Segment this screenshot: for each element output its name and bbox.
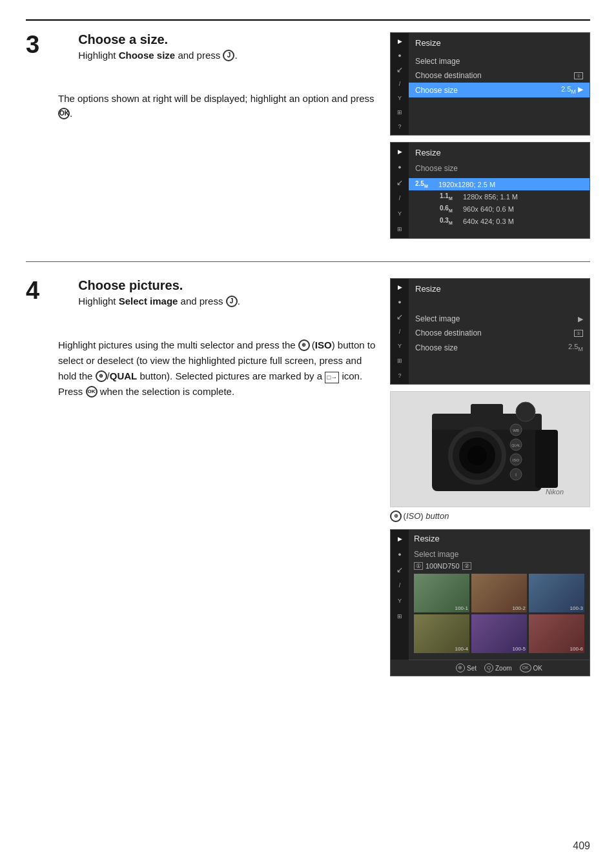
footer-ok: OK OK <box>520 663 542 672</box>
s2-circle-icon: ● <box>393 162 406 172</box>
step-4-number: 4 <box>26 278 39 303</box>
mid-rule <box>26 261 590 262</box>
step-3-title: Choose a size. <box>78 32 237 47</box>
svg-point-8 <box>467 446 487 465</box>
thumb-5: 100-5 <box>471 614 527 653</box>
s4-y-icon: Y <box>393 596 406 606</box>
section-4: 4 Choose pictures. Highlight Select imag… <box>26 278 590 676</box>
screen-3: ▶ ● ↙ / Y ⊞ ? Resize Select image ▶ <box>390 278 590 385</box>
s4-arrow-icon: ↙ <box>393 565 406 575</box>
thumb-6: 100-6 <box>529 614 584 653</box>
svg-text:QUAL: QUAL <box>511 443 520 447</box>
step-4-description: Highlight pictures using the multi selec… <box>58 338 377 399</box>
footer-set: ⊕ Set <box>456 663 477 672</box>
thumb-3: 100-3 <box>529 574 584 612</box>
sidebar-y-icon: Y <box>393 94 406 103</box>
screen-4-footer: ⊕ Set Q Zoom OK OK <box>409 660 590 676</box>
sidebar-grid-icon: ⊞ <box>393 108 406 117</box>
top-rule <box>26 19 590 21</box>
screen-3-item-1: Select image ▶ <box>415 312 583 326</box>
screen-1: ▶ ● ↙ / Y ⊞ ? Resize Select image Choose… <box>390 32 590 136</box>
s4-play-icon: ▶ <box>393 534 406 544</box>
step-3-description: The options shown at right will be displ… <box>58 92 377 121</box>
subtitle-suffix: and press <box>175 50 223 61</box>
page-container: 3 Choose a size. Highlight Choose size a… <box>0 0 616 868</box>
screen-2-sidebar: ▶ ● ↙ / Y ⊞ <box>391 143 409 238</box>
iso-caption-icon: ⊕ <box>390 510 402 522</box>
screen-3-item-3: Choose size 2.5M <box>415 340 583 355</box>
page-number: 409 <box>573 840 590 852</box>
screen-2: ▶ ● ↙ / Y ⊞ Resize Choose size 2.5M 1920… <box>390 142 590 239</box>
subtitle-prefix: Highlight <box>78 50 119 61</box>
screen-1-sidebar: ▶ ● ↙ / Y ⊞ ? <box>391 33 409 135</box>
screen-3-content: Resize Select image ▶ Choose destination… <box>409 279 590 382</box>
qual-icon: ⊕ <box>96 370 107 382</box>
s3-question-icon: ? <box>393 370 406 380</box>
s3-arrow-icon: ↙ <box>393 312 406 321</box>
s4-grid-icon: ⊞ <box>393 611 406 621</box>
step-3-subtitle: Highlight Choose size and press J. <box>78 50 237 62</box>
svg-text:ISO: ISO <box>513 458 520 462</box>
screen-4-sidebar: ▶ ● ↙ / Y ⊞ <box>391 530 409 660</box>
sidebar-arrow-icon: ↙ <box>393 65 406 74</box>
mark-icon: □→ <box>325 372 339 383</box>
svg-text:WB: WB <box>513 429 519 432</box>
section-4-left: 4 Choose pictures. Highlight Select imag… <box>26 278 390 676</box>
screen-1-item-3-highlighted: Choose size 2.5M ▶ <box>409 83 590 97</box>
s2-y-icon: Y <box>393 208 406 219</box>
card-icon-2: ① <box>574 330 583 337</box>
s4-slash-icon: / <box>393 580 406 590</box>
svg-rect-4 <box>471 404 503 417</box>
ok-icon-4: OK <box>86 386 98 398</box>
s4-circle-icon: ● <box>393 549 406 560</box>
section-3: 3 Choose a size. Highlight Choose size a… <box>26 32 590 245</box>
screen-3-sidebar: ▶ ● ↙ / Y ⊞ ? <box>391 279 409 384</box>
period: . <box>234 50 237 61</box>
ok-icon-3: J <box>226 296 238 307</box>
screen-3-title: Resize <box>415 284 583 294</box>
section-3-right: ▶ ● ↙ / Y ⊞ ? Resize Select image Choose… <box>390 32 590 245</box>
thumb-1: 100-1 <box>414 574 469 612</box>
step-4-subtitle: Highlight Select image and press J. <box>78 296 240 308</box>
svg-rect-1 <box>535 430 558 488</box>
screen-1-item-2: Choose destination ① <box>415 68 583 83</box>
s2-slash-icon: / <box>393 193 406 203</box>
svg-text:Nikon: Nikon <box>546 488 564 496</box>
screen-2-title: Resize <box>415 148 583 157</box>
screen-1-item-1: Select image <box>415 54 583 68</box>
footer-zoom: Q Zoom <box>484 663 512 672</box>
screen-1-title: Resize <box>415 38 583 48</box>
ok-icon-1: J <box>223 50 234 61</box>
screen-4: ▶ ● ↙ / Y ⊞ Resize Select image <box>390 529 590 676</box>
subtitle-bold: Choose size <box>119 50 176 61</box>
section-3-left: 3 Choose a size. Highlight Choose size a… <box>26 32 390 245</box>
section-4-right: ▶ ● ↙ / Y ⊞ ? Resize Select image ▶ <box>390 278 590 676</box>
s3-slash-icon: / <box>393 327 406 336</box>
screen-1-content: Resize Select image Choose destination ①… <box>409 33 590 136</box>
sidebar-slash-icon: / <box>393 79 406 88</box>
screen-4-subtitle: Select image <box>414 550 584 559</box>
iso-icon-1: ⊕ <box>298 339 310 351</box>
zoom-icon: Q <box>484 663 493 672</box>
card-icon-1: ① <box>574 72 583 79</box>
nikon-camera-image: WB QUAL ISO i Nikon <box>390 391 590 507</box>
step-4-title: Choose pictures. <box>78 278 240 293</box>
screen-3-item-2: Choose destination ① <box>415 326 583 340</box>
thumb-grid: 100-1 100-2 100-3 100-4 <box>414 574 584 653</box>
size-option-3: 0.6M 960x 640; 0.6 M <box>415 203 583 215</box>
iso-set-icon: ⊕ <box>456 663 465 672</box>
step-3-number: 3 <box>26 32 39 57</box>
sidebar-circle-icon: ● <box>393 51 406 60</box>
size-option-4: 0.3M 640x 424; 0.3 M <box>415 215 583 227</box>
s3-grid-icon: ⊞ <box>393 356 406 366</box>
thumb-2: 100-2 <box>471 574 527 612</box>
thumb-4: 100-4 <box>414 614 469 653</box>
size-option-2: 1.1M 1280x 856; 1.1 M <box>415 190 583 203</box>
folder-name: 100ND750 <box>426 562 460 570</box>
s3-y-icon: Y <box>393 341 406 351</box>
s2-arrow-icon: ↙ <box>393 177 406 188</box>
folder-row: ① 100ND750 ② <box>414 562 584 570</box>
s2-grid-icon: ⊞ <box>393 224 406 234</box>
s2-play-icon: ▶ <box>393 146 406 157</box>
s3-circle-icon: ● <box>393 298 406 307</box>
